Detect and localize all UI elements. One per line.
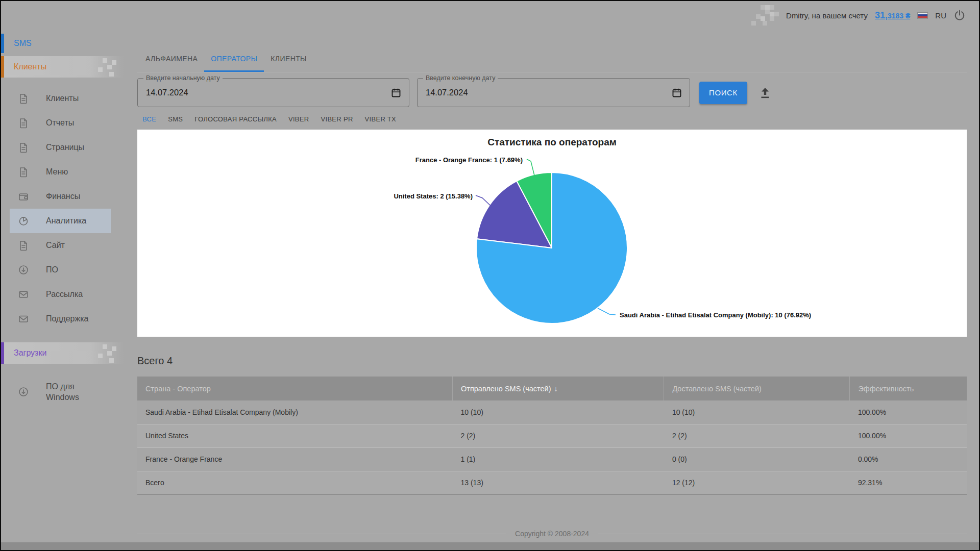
sidebar-item-label: Финансы xyxy=(46,192,80,201)
column-header-delivered-sms[interactable]: Доставлено SMS (частей) xyxy=(664,377,850,400)
table-cell: 13 (13) xyxy=(453,471,664,494)
table-row: Всего13 (13)12 (12)92.31% xyxy=(137,471,967,494)
calendar-icon[interactable] xyxy=(671,87,682,98)
sidebar-item-label: Меню xyxy=(46,167,68,177)
sidebar-item-label: Страницы xyxy=(46,143,84,152)
download-icon xyxy=(18,386,29,397)
tab-operators[interactable]: ОПЕРАТОРЫ xyxy=(204,47,264,72)
type-filter-viber[interactable]: VIBER xyxy=(288,115,309,123)
copyright-text: Copyright © 2008-2024 xyxy=(515,530,589,538)
sidebar-item-label: Отчеты xyxy=(46,118,74,128)
callout-line-united-states xyxy=(476,195,492,207)
topbar: Dmitry, на вашем счету 31, 3183 ₴ RU xyxy=(1,1,979,30)
sidebar-item-site[interactable]: Сайт xyxy=(10,233,111,258)
sidebar: SMS Клиенты Клиенты Отчеты Страницы xyxy=(1,30,130,550)
sidebar-section-sms-label: SMS xyxy=(14,39,32,48)
table-header-row: Страна - Оператор Отправлено SMS (частей… xyxy=(137,377,967,400)
table-cell: 10 (10) xyxy=(453,400,664,424)
russia-flag-icon[interactable] xyxy=(917,12,928,19)
type-filter-viber-pr[interactable]: VIBER PR xyxy=(321,115,353,123)
balance-integer: 31, xyxy=(875,10,888,21)
table-cell: 0 (0) xyxy=(664,447,850,471)
table-cell: 10 (10) xyxy=(664,400,850,424)
start-date-label: Введите начальную дату xyxy=(143,74,223,82)
sidebar-item-label: Поддержка xyxy=(46,314,88,323)
sidebar-item-reports[interactable]: Отчеты xyxy=(10,111,111,135)
sidebar-item-label: Рассылка xyxy=(46,290,83,299)
logout-power-icon[interactable] xyxy=(953,9,966,21)
table-cell: 92.31% xyxy=(850,471,967,494)
document-icon xyxy=(18,166,29,178)
download-icon xyxy=(18,264,29,276)
table-cell: Всего xyxy=(137,471,453,494)
column-header-efficiency[interactable]: Эффективность xyxy=(850,377,967,400)
table-cell: 2 (2) xyxy=(453,424,664,447)
document-icon xyxy=(18,142,29,153)
sidebar-item-label: Сайт xyxy=(46,241,65,250)
sidebar-section-clients-label: Клиенты xyxy=(14,62,46,71)
pie-chart-icon xyxy=(18,215,29,227)
sidebar-item-menu[interactable]: Меню xyxy=(10,160,111,184)
filter-row: Введите начальную дату Введите конечную … xyxy=(137,78,967,107)
sidebar-item-clients[interactable]: Клиенты xyxy=(10,86,111,111)
sidebar-item-pages[interactable]: Страницы xyxy=(10,135,111,160)
sidebar-section-clients[interactable]: Клиенты xyxy=(1,56,124,78)
sidebar-item-software[interactable]: ПО xyxy=(10,258,111,282)
sidebar-item-label: ПО для Windows xyxy=(46,381,79,403)
table-row: France - Orange France1 (1)0 (0)0.00% xyxy=(137,447,967,471)
table-cell: France - Orange France xyxy=(137,447,453,471)
tab-bar: АЛЬФАИМЕНА ОПЕРАТОРЫ КЛИЕНТЫ xyxy=(137,47,967,72)
balance-link[interactable]: 31, 3183 ₴ xyxy=(875,10,910,21)
sidebar-section-downloads[interactable]: Загрузки xyxy=(1,342,124,364)
sidebar-item-finances[interactable]: Финансы xyxy=(10,184,111,209)
wallet-icon xyxy=(18,191,29,202)
start-date-field[interactable]: Введите начальную дату xyxy=(137,78,409,107)
checker-decoration xyxy=(93,58,116,77)
operators-chart-panel: Статистика по операторам France - Orange… xyxy=(137,130,967,337)
tab-alphanames[interactable]: АЛЬФАИМЕНА xyxy=(139,47,204,72)
sidebar-item-mailing[interactable]: Рассылка xyxy=(10,282,111,307)
footer: Copyright © 2008-2024 xyxy=(137,530,967,538)
type-filter-sms[interactable]: SMS xyxy=(168,115,183,123)
table-cell: 2 (2) xyxy=(664,424,850,447)
checker-decoration xyxy=(751,5,779,26)
document-icon xyxy=(18,93,29,104)
page: Dmitry, на вашем счету 31, 3183 ₴ RU SMS… xyxy=(0,0,980,551)
type-filter-all[interactable]: ВСЕ xyxy=(142,115,156,123)
column-header-sent-sms[interactable]: Отправлено SMS (частей)↓ xyxy=(453,377,664,400)
table-cell: 12 (12) xyxy=(664,471,850,494)
total-count-label: Всего 4 xyxy=(137,355,967,367)
table-cell: United States xyxy=(137,424,453,447)
table-cell: 100.00% xyxy=(850,424,967,447)
end-date-field[interactable]: Введите конечную дату xyxy=(417,78,690,107)
calendar-icon[interactable] xyxy=(390,87,402,98)
type-filter-viber-tx[interactable]: VIBER TX xyxy=(365,115,396,123)
search-button[interactable]: ПОИСК xyxy=(699,82,747,104)
callout-line-france xyxy=(527,159,534,176)
tab-clients[interactable]: КЛИЕНТЫ xyxy=(264,47,313,72)
pie-label-united-states: United States: 2 (15.38%) xyxy=(394,192,473,200)
type-filter-voice[interactable]: ГОЛОСОВАЯ РАССЫЛКА xyxy=(194,115,277,123)
table-row: Saudi Arabia - Etihad Etisalat Company (… xyxy=(137,400,967,424)
start-date-input[interactable] xyxy=(146,88,390,97)
export-upload-icon[interactable] xyxy=(758,86,772,99)
checker-decoration xyxy=(93,344,116,363)
sidebar-item-windows-software[interactable]: ПО для Windows xyxy=(10,377,111,407)
envelope-icon xyxy=(18,289,29,300)
table-cell: 100.00% xyxy=(850,400,967,424)
main-content: АЛЬФАИМЕНА ОПЕРАТОРЫ КЛИЕНТЫ Введите нач… xyxy=(137,30,967,538)
table-row: United States2 (2)2 (2)100.00% xyxy=(137,424,967,447)
user-balance-text: Dmitry, на вашем счету xyxy=(786,11,868,20)
column-header-country-operator[interactable]: Страна - Оператор xyxy=(137,377,453,400)
table-cell: Saudi Arabia - Etihad Etisalat Company (… xyxy=(137,400,453,424)
sidebar-item-analytics[interactable]: Аналитика xyxy=(10,209,111,233)
language-label[interactable]: RU xyxy=(935,11,946,20)
end-date-input[interactable] xyxy=(426,88,671,97)
sidebar-item-support[interactable]: Поддержка xyxy=(10,307,111,331)
callout-line-saudi-arabia xyxy=(598,308,616,315)
footer-divider xyxy=(137,534,506,534)
operators-table-body: Saudi Arabia - Etihad Etisalat Company (… xyxy=(137,400,967,494)
sidebar-section-downloads-label: Загрузки xyxy=(14,348,46,358)
sidebar-section-sms[interactable]: SMS xyxy=(1,34,130,53)
document-icon xyxy=(18,117,29,129)
